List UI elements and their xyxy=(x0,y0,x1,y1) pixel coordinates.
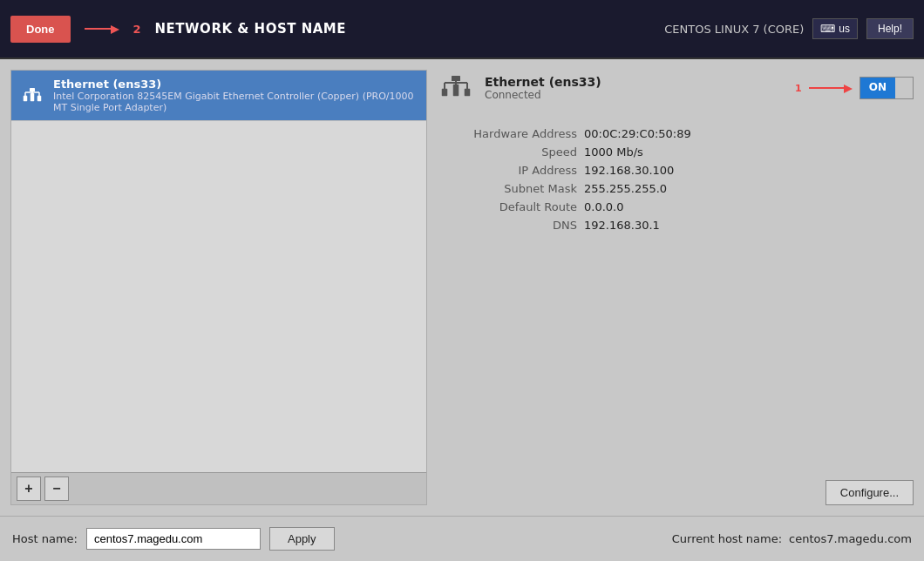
add-network-button[interactable]: + xyxy=(17,477,41,501)
remove-network-button[interactable]: − xyxy=(44,477,69,501)
svg-rect-2 xyxy=(37,96,41,101)
svg-rect-1 xyxy=(31,93,34,101)
speed-value: 1000 Mb/s xyxy=(584,145,914,159)
keyboard-layout-label: us xyxy=(839,23,850,35)
keyboard-layout-button[interactable]: ⌨ us xyxy=(812,18,858,39)
configure-button[interactable]: Configure... xyxy=(825,480,914,505)
dns-value: 192.168.30.1 xyxy=(584,219,914,232)
network-list: Ethernet (ens33) Intel Corporation 82545… xyxy=(11,71,426,472)
apply-button[interactable]: Apply xyxy=(269,527,335,551)
toggle-off-option[interactable] xyxy=(895,78,913,98)
hardware-address-label: Hardware Address xyxy=(438,127,577,140)
bottom-right: Current host name: centos7.magedu.com xyxy=(672,532,912,545)
ip-address-value: 192.168.30.100 xyxy=(584,164,914,177)
arrow-number-2: 2 xyxy=(133,23,141,36)
toggle-area: 1 ON xyxy=(795,77,914,99)
os-label: CENTOS LINUX 7 (CORE) xyxy=(664,23,804,36)
top-bar-right: CENTOS LINUX 7 (CORE) ⌨ us Help! xyxy=(664,18,914,39)
right-panel: Ethernet (ens33) Connected 1 ON Hardware… xyxy=(438,70,914,505)
subnet-mask-label: Subnet Mask xyxy=(438,182,577,195)
page-title: NETWORK & HOST NAME xyxy=(155,21,346,37)
arrow-number-1: 1 xyxy=(795,83,802,94)
network-info: Ethernet (ens33) Intel Corporation 82545… xyxy=(53,78,418,113)
detail-interface-name: Ethernet (ens33) xyxy=(485,75,601,89)
network-name: Ethernet (ens33) xyxy=(53,78,418,91)
left-panel: Ethernet (ens33) Intel Corporation 82545… xyxy=(10,70,427,505)
svg-rect-16 xyxy=(452,76,460,81)
detail-header: Ethernet (ens33) Connected 1 ON xyxy=(438,70,914,106)
arrow-to-toggle-icon xyxy=(809,82,853,94)
svg-rect-11 xyxy=(465,89,470,96)
connection-toggle[interactable]: ON xyxy=(859,77,914,99)
top-bar: Done 2 NETWORK & HOST NAME CENTOS LINUX … xyxy=(0,0,924,59)
network-description: Intel Corporation 82545EM Gigabit Ethern… xyxy=(53,91,418,113)
detail-ethernet-icon xyxy=(438,70,474,106)
svg-rect-0 xyxy=(24,96,27,101)
svg-rect-9 xyxy=(442,89,447,96)
list-controls: + − xyxy=(11,472,426,504)
bottom-left: Host name: Apply xyxy=(12,527,335,551)
detail-title-group: Ethernet (ens33) Connected xyxy=(438,70,601,106)
svg-rect-8 xyxy=(30,88,35,91)
content-area: Ethernet (ens33) Intel Corporation 82545… xyxy=(0,59,924,516)
network-list-item[interactable]: Ethernet (ens33) Intel Corporation 82545… xyxy=(11,71,426,121)
arrow-right-icon xyxy=(85,24,119,34)
current-host-label: Current host name: xyxy=(672,532,782,545)
main-content: Ethernet (ens33) Intel Corporation 82545… xyxy=(0,59,924,561)
host-name-input[interactable] xyxy=(86,528,261,550)
default-route-label: Default Route xyxy=(438,200,577,213)
bottom-bar: Host name: Apply Current host name: cent… xyxy=(0,516,924,561)
detail-title-text: Ethernet (ens33) Connected xyxy=(485,75,601,101)
subnet-mask-value: 255.255.255.0 xyxy=(584,182,914,195)
current-host-value: centos7.magedu.com xyxy=(789,532,912,545)
detail-connection-status: Connected xyxy=(485,89,601,101)
done-button[interactable]: Done xyxy=(10,16,71,43)
keyboard-icon: ⌨ xyxy=(820,23,835,35)
host-name-label: Host name: xyxy=(12,532,78,545)
svg-rect-10 xyxy=(453,84,459,96)
ip-address-label: IP Address xyxy=(438,164,577,177)
toggle-on-option[interactable]: ON xyxy=(860,78,895,98)
top-bar-left: Done 2 NETWORK & HOST NAME xyxy=(10,16,346,43)
ethernet-icon xyxy=(20,82,44,110)
speed-label: Speed xyxy=(438,145,577,159)
help-button[interactable]: Help! xyxy=(866,18,914,39)
detail-grid: Hardware Address 00:0C:29:C0:50:89 Speed… xyxy=(438,127,914,232)
configure-row: Configure... xyxy=(438,470,914,505)
default-route-value: 0.0.0.0 xyxy=(584,200,914,213)
dns-label: DNS xyxy=(438,219,577,232)
hardware-address-value: 00:0C:29:C0:50:89 xyxy=(584,127,914,140)
